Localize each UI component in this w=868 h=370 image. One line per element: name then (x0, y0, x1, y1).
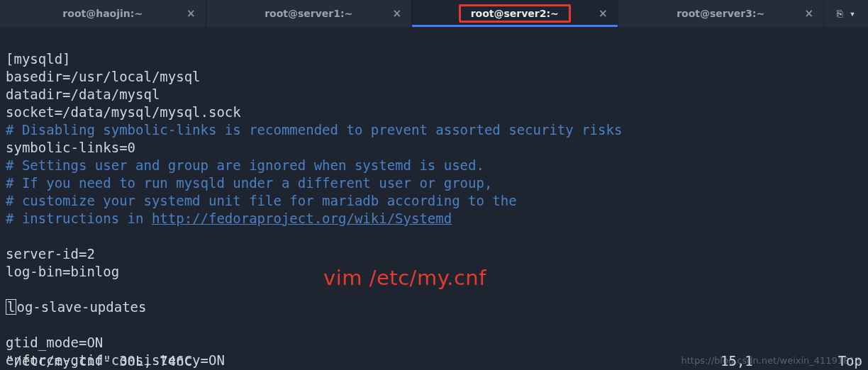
config-line: log-bin=binlog (6, 264, 119, 279)
vim-cursor: l (6, 299, 16, 315)
tab-label: root@server2:~ (459, 4, 571, 23)
config-line: datadir=/data/mysql (6, 86, 160, 102)
config-line: basedir=/usr/local/mysql (6, 69, 201, 84)
comment-line: # Settings user and group are ignored wh… (6, 157, 484, 173)
close-icon[interactable]: × (392, 7, 401, 20)
close-icon[interactable]: × (187, 7, 196, 20)
status-scroll-pos: Top (820, 353, 862, 369)
config-line: server-id=2 (6, 246, 95, 262)
editor-area[interactable]: [mysqld] basedir=/usr/local/mysql datadi… (0, 27, 868, 370)
tab-label: root@server3:~ (677, 8, 764, 19)
config-line: socket=/data/mysql/mysql.sock (6, 104, 241, 120)
annotation-overlay: vim /etc/my.cnf (323, 269, 486, 287)
status-file-info: "/etc/my.cnf" 30L, 746C (6, 353, 720, 369)
comment-line: # If you need to run mysqld under a diff… (6, 175, 492, 191)
config-line: gtid_mode=ON (6, 335, 103, 350)
comment-line: # Disabling symbolic-links is recommende… (6, 122, 622, 138)
broadcast-icon[interactable]: ⎘ (837, 8, 842, 19)
tab-actions: ⎘ ▾ (824, 0, 868, 27)
config-line: [mysqld] (6, 51, 71, 67)
close-icon[interactable]: × (599, 7, 608, 20)
tab-server1[interactable]: root@server1:~ × (206, 0, 413, 27)
status-cursor-pos: 15,1 (720, 353, 820, 369)
tab-server2[interactable]: root@server2:~ × (412, 0, 618, 27)
close-icon[interactable]: × (804, 7, 813, 20)
tab-server3[interactable]: root@server3:~ × (618, 0, 825, 27)
vim-status-bar: "/etc/my.cnf" 30L, 746C 15,1 Top (0, 352, 868, 370)
tab-haojin[interactable]: root@haojin:~ × (0, 0, 206, 27)
tab-bar: root@haojin:~ × root@server1:~ × root@se… (0, 0, 868, 27)
tab-label: root@server1:~ (265, 8, 352, 19)
config-line: symbolic-links=0 (6, 140, 135, 155)
comment-line: # instructions in http://fedoraproject.o… (6, 211, 452, 226)
cursor-line: log-slave-updates (6, 299, 146, 315)
menu-dropdown-icon[interactable]: ▾ (850, 8, 855, 19)
systemd-link[interactable]: http://fedoraproject.org/wiki/Systemd (152, 211, 452, 226)
tab-label: root@haojin:~ (62, 8, 143, 19)
comment-line: # customize your systemd unit file for m… (6, 193, 517, 208)
